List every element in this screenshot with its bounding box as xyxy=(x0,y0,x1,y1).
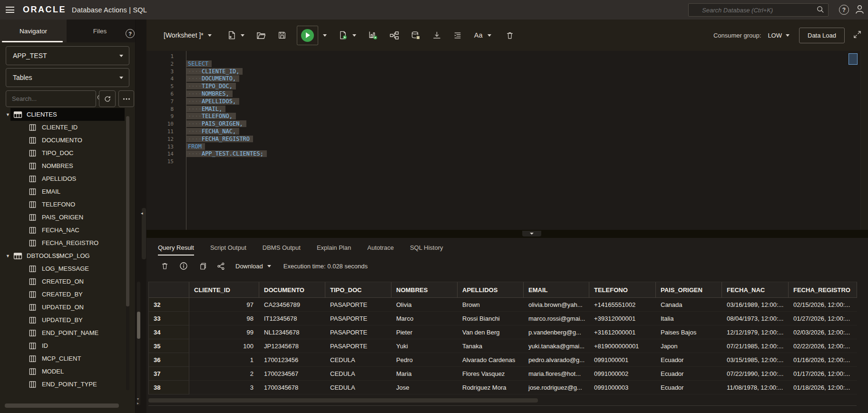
tree-item[interactable]: EMAIL xyxy=(0,185,125,198)
scrollbar-thumb[interactable] xyxy=(126,116,129,306)
cell-cliente-id[interactable]: 1 xyxy=(189,353,259,367)
cell-email[interactable]: pedro.alvarado@g... xyxy=(524,353,589,367)
clear-worksheet-button[interactable] xyxy=(506,31,514,40)
cell-apellidos[interactable]: Rossi Bianchi xyxy=(458,312,524,325)
results-tab[interactable]: Explain Plan xyxy=(317,238,351,257)
sql-code-editor[interactable]: 1 2SELECT 3····CLIENTE_ID, 4····DOCUMENT… xyxy=(146,51,868,230)
explain-plan-button[interactable] xyxy=(368,30,378,40)
splitter-collapse-handle[interactable] xyxy=(522,231,541,236)
expand-editor-icon[interactable] xyxy=(853,30,861,40)
cell-fecha-registro[interactable]: 01/27/2026, 12:00:... xyxy=(789,312,857,325)
autotrace-button[interactable] xyxy=(390,31,399,40)
schema-select[interactable]: APP_TEST xyxy=(6,46,129,65)
results-tab[interactable]: Query Result xyxy=(158,238,194,257)
expand-caret-icon[interactable] xyxy=(6,254,13,258)
row-number-cell[interactable]: 35 xyxy=(149,339,189,353)
info-icon[interactable] xyxy=(179,262,188,270)
cell-fecha-registro[interactable]: 02/03/2026, 12:00:... xyxy=(789,325,857,339)
tree-item[interactable]: PAIS_ORIGEN xyxy=(0,211,125,224)
cell-email[interactable]: p.vandenberg@g... xyxy=(524,325,589,339)
tree-item[interactable]: LOG_MESSAGE xyxy=(0,262,125,275)
cell-cliente-id[interactable]: 100 xyxy=(189,339,259,353)
worksheet-menu[interactable]: [Worksheet ]* xyxy=(164,31,212,39)
cell-apellidos[interactable]: Van den Berg xyxy=(458,325,524,339)
tree-horizontal-scrollbar[interactable] xyxy=(3,403,129,408)
search-icon[interactable] xyxy=(816,5,824,15)
sidebar-help-icon[interactable]: ? xyxy=(126,29,135,38)
consumer-group-select[interactable]: LOW xyxy=(768,32,790,39)
column-header[interactable]: FECHA_REGISTRO xyxy=(789,282,857,297)
collapse-sidebar-icon[interactable]: ◂ xyxy=(141,211,143,216)
cell-cliente-id[interactable]: 3 xyxy=(189,381,259,394)
cell-nombres[interactable]: Jose xyxy=(391,381,458,394)
copy-icon[interactable] xyxy=(198,262,206,270)
cell-cliente-id[interactable]: 98 xyxy=(189,312,259,325)
cell-fecha-nac[interactable]: 03/15/1985, 12:00:... xyxy=(722,353,789,367)
cell-fecha-registro[interactable]: 02/22/2026, 12:00:... xyxy=(789,339,857,353)
results-tab[interactable]: Script Output xyxy=(210,238,246,257)
cell-nombres[interactable]: Marco xyxy=(391,312,458,325)
font-size-caret-icon[interactable] xyxy=(488,34,491,37)
database-tools-button[interactable] xyxy=(411,31,420,40)
sidebar-splitter[interactable]: ◂ ▾▸ xyxy=(136,20,146,413)
tree-item[interactable]: FECHA_REGISTRO xyxy=(0,236,125,249)
results-tab[interactable]: SQL History xyxy=(410,238,443,257)
font-size-button[interactable]: Aa xyxy=(474,31,483,39)
table-row[interactable]: 36 1 1700123456 CEDULA Pedro Alvarado Ca… xyxy=(149,353,857,367)
cell-apellidos[interactable]: Rodriguez Mora xyxy=(458,381,524,394)
tree-item[interactable]: CLIENTE_ID xyxy=(0,121,125,134)
cell-pais-origen[interactable]: Ecuador xyxy=(656,367,722,381)
column-header[interactable]: APELLIDOS xyxy=(458,282,524,297)
grid-horizontal-scrollbar[interactable] xyxy=(148,398,857,403)
table-row[interactable]: 33 98 IT12345678 PASAPORTE Marco Rossi B… xyxy=(149,312,857,325)
tree-item[interactable]: END_POINT_NAME xyxy=(0,326,125,339)
cell-tipo-doc[interactable]: CEDULA xyxy=(325,353,391,367)
cell-telefono[interactable]: 0991000003 xyxy=(589,381,656,394)
cell-nombres[interactable]: Pedro xyxy=(391,353,458,367)
tree-item[interactable]: TIPO_DOC xyxy=(0,147,125,159)
cell-apellidos[interactable]: Flores Vasquez xyxy=(458,367,524,381)
results-vertical-scrollbar[interactable] xyxy=(137,282,140,405)
cell-documento[interactable]: IT12345678 xyxy=(259,312,325,325)
cell-telefono[interactable]: +14165551002 xyxy=(589,298,656,312)
cell-cliente-id[interactable]: 99 xyxy=(189,325,259,339)
tab-navigator[interactable]: Navigator xyxy=(0,20,67,42)
row-number-cell[interactable]: 38 xyxy=(149,381,189,394)
splitter-grip[interactable] xyxy=(142,208,146,259)
cell-documento[interactable]: 1700345678 xyxy=(259,381,325,394)
tree-vertical-scrollbar[interactable] xyxy=(126,116,129,390)
tree-item[interactable]: CREATED_ON xyxy=(0,275,125,288)
cell-tipo-doc[interactable]: CEDULA xyxy=(325,381,391,394)
cell-pais-origen[interactable]: Paises Bajos xyxy=(656,325,722,339)
cell-cliente-id[interactable]: 97 xyxy=(189,298,259,312)
download-results-button[interactable]: Download xyxy=(235,263,271,270)
cell-apellidos[interactable]: Tanaka xyxy=(458,339,524,353)
table-row[interactable]: 37 2 1700234567 CEDULA Maria Flores Vasq… xyxy=(149,367,857,381)
column-header[interactable]: NOMBRES xyxy=(391,282,458,297)
cell-fecha-registro[interactable]: 01/18/2026, 12:00:... xyxy=(789,381,857,394)
results-tab[interactable]: DBMS Output xyxy=(263,238,301,257)
cell-nombres[interactable]: Maria xyxy=(391,367,458,381)
cell-nombres[interactable]: Pieter xyxy=(391,325,458,339)
table-row[interactable]: 35 100 JP12345678 PASAPORTE Yuki Tanaka … xyxy=(149,339,857,353)
scrollbar-thumb[interactable] xyxy=(5,403,119,408)
results-tab[interactable]: Autotrace xyxy=(367,238,394,257)
cell-email[interactable]: marco.rossi@gmai... xyxy=(524,312,589,325)
cell-fecha-nac[interactable]: 12/12/1979, 12:00:... xyxy=(722,325,789,339)
cell-email[interactable]: olivia.brown@yah... xyxy=(524,298,589,312)
tree-item[interactable]: APELLIDOS xyxy=(0,172,125,185)
column-header[interactable]: CLIENTE_ID xyxy=(189,282,259,297)
new-worksheet-button[interactable] xyxy=(227,30,236,40)
tree-search-input[interactable] xyxy=(6,95,97,103)
tree-item[interactable]: FECHA_NAC xyxy=(0,224,125,236)
tree-item[interactable]: END_POINT_TYPE xyxy=(0,378,125,391)
run-statement-caret-icon[interactable] xyxy=(323,34,327,37)
download-worksheet-button[interactable] xyxy=(432,31,441,40)
cell-documento[interactable]: 1700234567 xyxy=(259,367,325,381)
run-script-caret-icon[interactable] xyxy=(352,34,356,37)
cell-email[interactable]: yuki.tanaka@gmai... xyxy=(524,339,589,353)
scrollbar-thumb[interactable] xyxy=(137,312,140,339)
cell-fecha-registro[interactable]: 01/17/2026, 12:00:... xyxy=(789,367,857,381)
cell-telefono[interactable]: +39312000001 xyxy=(589,312,656,325)
tree-item[interactable]: MCP_CLIENT xyxy=(0,352,125,365)
